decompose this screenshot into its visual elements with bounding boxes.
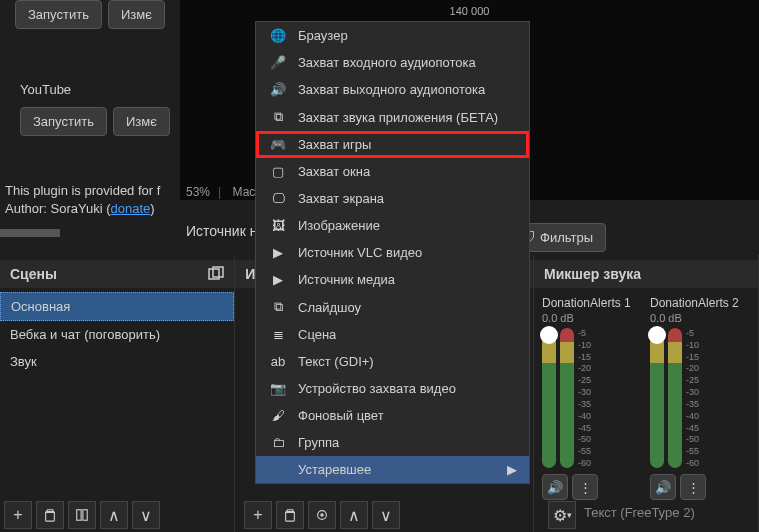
volume-slider-thumb[interactable] xyxy=(540,326,558,344)
change-button-top[interactable]: Измє xyxy=(108,0,165,29)
channel-db: 0.0 dB xyxy=(542,312,642,324)
channel-db: 0.0 dB xyxy=(650,312,750,324)
menu-item-захват-окна[interactable]: ▢ Захват окна xyxy=(256,158,529,185)
menu-item-захват-входного-аудиопотока[interactable]: 🎤 Захват входного аудиопотока xyxy=(256,49,529,76)
scene-item[interactable]: Основная xyxy=(0,292,234,321)
submenu-arrow-icon: ▶ xyxy=(507,462,517,477)
menu-item-label: Устаревшее xyxy=(298,462,371,477)
text-icon: ab xyxy=(268,354,288,369)
mute-button[interactable]: 🔊 xyxy=(542,474,568,500)
svg-rect-4 xyxy=(77,510,81,521)
mute-button[interactable]: 🔊 xyxy=(650,474,676,500)
sources-title: И xyxy=(245,266,255,282)
menu-item-фоновый-цвет[interactable]: 🖌 Фоновый цвет xyxy=(256,402,529,429)
source-down-button[interactable]: ∨ xyxy=(372,501,400,529)
window-icon: ▢ xyxy=(268,164,288,179)
delete-source-button[interactable] xyxy=(276,501,304,529)
mixer-settings-button[interactable]: ⚙▾ xyxy=(548,501,576,529)
volume-meter xyxy=(668,328,682,468)
scene-down-button[interactable]: ∨ xyxy=(132,501,160,529)
channel-name: DonationAlerts 1 xyxy=(542,296,642,310)
add-source-button[interactable]: + xyxy=(244,501,272,529)
volume-meter[interactable] xyxy=(650,328,664,468)
screen-icon: 🖵 xyxy=(268,191,288,206)
menu-item-label: Захват входного аудиопотока xyxy=(298,55,476,70)
mixer-panel: Микшер звука DonationAlerts 1 0.0 dB -5-… xyxy=(534,255,759,532)
menu-item-label: Источник медиа xyxy=(298,272,395,287)
volume-meter[interactable] xyxy=(542,328,556,468)
gamepad-icon: 🎮 xyxy=(268,137,288,152)
progress-bar xyxy=(0,229,60,237)
globe-icon: 🌐 xyxy=(268,28,288,43)
menu-item-текст-gdi-[interactable]: ab Текст (GDI+) xyxy=(256,348,529,375)
youtube-label: YouTube xyxy=(20,82,170,97)
preview-label: 140 000 xyxy=(450,5,490,17)
mixer-title: Микшер звука xyxy=(544,266,641,282)
menu-item-захват-игры[interactable]: 🎮 Захват игры xyxy=(256,131,529,158)
menu-item-изображение[interactable]: 🖼 Изображение xyxy=(256,212,529,239)
menu-item-захват-экрана[interactable]: 🖵 Захват экрана xyxy=(256,185,529,212)
volume-slider-thumb[interactable] xyxy=(648,326,666,344)
menu-item-label: Источник VLC видео xyxy=(298,245,422,260)
channel-menu-button[interactable]: ⋮ xyxy=(572,474,598,500)
menu-item-слайдшоу[interactable]: ⧉ Слайдшоу xyxy=(256,293,529,321)
menu-item-label: Текст (GDI+) xyxy=(298,354,374,369)
menu-item-захват-звука-приложения-бета-[interactable]: ⧉ Захват звука приложения (БЕТА) xyxy=(256,103,529,131)
brush-icon: 🖌 xyxy=(268,408,288,423)
add-scene-button[interactable]: + xyxy=(4,501,32,529)
menu-item-label: Захват экрана xyxy=(298,191,384,206)
dock-icon[interactable] xyxy=(208,266,224,282)
volume-meter xyxy=(560,328,574,468)
camera-icon: 📷 xyxy=(268,381,288,396)
scene-item[interactable]: Звук xyxy=(0,348,234,375)
mixer-channel: DonationAlerts 1 0.0 dB -5-10-15-20-25-3… xyxy=(542,296,642,500)
source-props-button[interactable] xyxy=(308,501,336,529)
youtube-change-button[interactable]: Измє xyxy=(113,107,170,136)
scene-up-button[interactable]: ∧ xyxy=(100,501,128,529)
mixer-channel: DonationAlerts 2 0.0 dB -5-10-15-20-25-3… xyxy=(650,296,750,500)
menu-item-label: Фоновый цвет xyxy=(298,408,384,423)
menu-item-источник-vlc-видео[interactable]: ▶ Источник VLC видео xyxy=(256,239,529,266)
channel-name: DonationAlerts 2 xyxy=(650,296,750,310)
menu-item-группа[interactable]: 🗀 Группа xyxy=(256,429,529,456)
scene-icon: ≣ xyxy=(268,327,288,342)
menu-item-устройство-захвата-видео[interactable]: 📷 Устройство захвата видео xyxy=(256,375,529,402)
launch-button-top[interactable]: Запустить xyxy=(15,0,102,29)
menu-item-label: Захват окна xyxy=(298,164,370,179)
menu-item-сцена[interactable]: ≣ Сцена xyxy=(256,321,529,348)
slides-icon: ⧉ xyxy=(268,299,288,315)
scenes-title: Сцены xyxy=(10,266,57,282)
menu-item-устаревшее[interactable]: Устаревшее ▶ xyxy=(256,456,529,483)
delete-scene-button[interactable] xyxy=(36,501,64,529)
hidden-source-text: Текст (FreeType 2) xyxy=(584,505,695,520)
menu-item-label: Захват звука приложения (БЕТА) xyxy=(298,110,498,125)
donate-link[interactable]: donate xyxy=(111,201,151,216)
svg-point-7 xyxy=(320,513,324,517)
menu-item-браузер[interactable]: 🌐 Браузер xyxy=(256,22,529,49)
source-up-button[interactable]: ∧ xyxy=(340,501,368,529)
add-source-context-menu: 🌐 Браузер 🎤 Захват входного аудиопотока … xyxy=(255,21,530,484)
menu-item-label: Захват игры xyxy=(298,137,371,152)
scene-item[interactable]: Вебка и чат (поговорить) xyxy=(0,321,234,348)
app-icon: ⧉ xyxy=(268,109,288,125)
scene-filter-button[interactable] xyxy=(68,501,96,529)
menu-item-label: Захват выходного аудиопотока xyxy=(298,82,485,97)
menu-item-label: Группа xyxy=(298,435,339,450)
source-panel-label: Источник н xyxy=(186,223,257,239)
menu-item-label: Слайдшоу xyxy=(298,300,361,315)
menu-item-label: Изображение xyxy=(298,218,380,233)
image-icon: 🖼 xyxy=(268,218,288,233)
menu-item-label: Сцена xyxy=(298,327,336,342)
mic-icon: 🎤 xyxy=(268,55,288,70)
svg-rect-5 xyxy=(83,510,87,521)
menu-item-label: Устройство захвата видео xyxy=(298,381,456,396)
folder-icon: 🗀 xyxy=(268,435,288,450)
speaker-icon: 🔊 xyxy=(268,82,288,97)
play-icon: ▶ xyxy=(268,245,288,260)
menu-item-label: Браузер xyxy=(298,28,348,43)
meter-scale: -5-10-15-20-25-30-35-40-45-50-55-60 xyxy=(686,328,699,468)
menu-item-захват-выходного-аудиопотока[interactable]: 🔊 Захват выходного аудиопотока xyxy=(256,76,529,103)
menu-item-источник-медиа[interactable]: ▶ Источник медиа xyxy=(256,266,529,293)
youtube-launch-button[interactable]: Запустить xyxy=(20,107,107,136)
channel-menu-button[interactable]: ⋮ xyxy=(680,474,706,500)
